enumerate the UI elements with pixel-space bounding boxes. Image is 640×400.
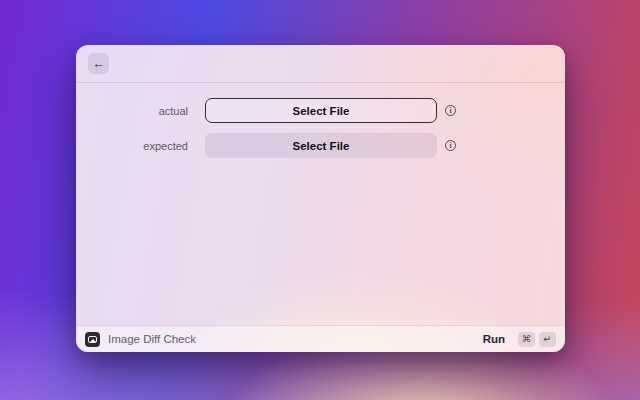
app-name: Image Diff Check xyxy=(108,333,196,345)
back-arrow-icon: ← xyxy=(92,57,105,70)
image-icon xyxy=(85,332,100,347)
form-area: actual Select File i expected Select Fil… xyxy=(76,83,565,325)
image-diff-check-window: ← actual Select File i expected Select F… xyxy=(76,45,565,352)
expected-label: expected xyxy=(76,140,188,152)
back-button[interactable]: ← xyxy=(88,53,109,74)
desktop-background: ← actual Select File i expected Select F… xyxy=(0,0,640,400)
actual-select-file-button[interactable]: Select File xyxy=(205,98,437,123)
actual-label: actual xyxy=(76,105,188,117)
window-footer: Image Diff Check Run ⌘ ↵ xyxy=(76,325,565,352)
form-row-expected: expected Select File i xyxy=(76,133,565,158)
actual-info-icon[interactable]: i xyxy=(445,105,456,116)
run-button[interactable]: Run xyxy=(483,333,505,345)
expected-select-file-button[interactable]: Select File xyxy=(205,133,437,158)
return-key-icon: ↵ xyxy=(539,332,556,347)
window-header: ← xyxy=(76,45,565,83)
image-icon-glyph xyxy=(88,336,97,343)
expected-info-icon[interactable]: i xyxy=(445,140,456,151)
form-row-actual: actual Select File i xyxy=(76,98,565,123)
command-key-icon: ⌘ xyxy=(518,332,535,347)
